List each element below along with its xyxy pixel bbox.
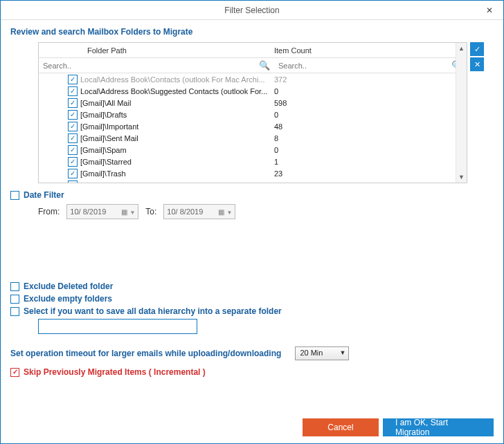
table-row[interactable]: ✓[Gmail]\Trash\MY_New_Emails0 [39, 179, 467, 183]
scroll-up-button[interactable]: ▲ [456, 43, 467, 54]
table-row[interactable]: ✓[Gmail]\Starred1 [39, 156, 467, 167]
col-folder-path[interactable]: Folder Path [39, 43, 274, 57]
folder-path-cell: [Gmail]\Trash\MY_New_Emails [80, 181, 274, 183]
table-row[interactable]: ✓[Gmail]\Sent Mail8 [39, 132, 467, 144]
from-date-input[interactable]: 10/ 8/2019 ▦ ▼ [66, 204, 138, 219]
table-row[interactable]: ✓Local\Address Book\Contacts (outlook Fo… [39, 73, 467, 85]
exclude-deleted-label: Exclude Deleted folder [24, 281, 113, 291]
timeout-select[interactable]: 20 Min ▼ [295, 346, 349, 360]
exclude-deleted-checkbox[interactable]: Exclude Deleted folder [10, 281, 494, 291]
checkbox-icon [10, 191, 19, 200]
row-checkbox[interactable]: ✓ [68, 86, 78, 96]
folder-path-cell: [Gmail]\Drafts [80, 111, 274, 119]
table-row[interactable]: ✓[Gmail]\All Mail598 [39, 97, 467, 109]
item-count-cell: 23 [274, 169, 282, 178]
section-title: Review and search Mailbox Folders to Mig… [10, 27, 494, 37]
item-count-cell: 0 [274, 111, 278, 119]
table-row[interactable]: ✓Local\Address Book\Suggested Contacts (… [39, 85, 467, 97]
to-label: To: [145, 207, 156, 216]
checkbox-icon: ✓ [10, 368, 19, 377]
row-checkbox[interactable]: ✓ [68, 181, 78, 183]
item-count-cell: 8 [274, 134, 278, 142]
item-count-cell: 48 [274, 122, 282, 131]
skip-migrated-checkbox[interactable]: ✓ Skip Previously Migrated Items ( Incre… [10, 367, 494, 377]
close-button[interactable]: ✕ [476, 1, 503, 20]
chevron-down-icon: ▼ [226, 210, 232, 216]
x-icon: ✕ [474, 60, 480, 69]
date-filter-checkbox[interactable]: Date Filter [10, 190, 494, 200]
folder-table: Folder Path Item Count 🔍 🔍 ✓Local\Addres… [38, 42, 467, 183]
checkbox-icon [10, 307, 19, 316]
row-checkbox[interactable]: ✓ [68, 122, 78, 131]
folder-path-cell: Local\Address Book\Suggested Contacts (o… [80, 87, 274, 95]
exclude-empty-checkbox[interactable]: Exclude empty folders [10, 294, 494, 304]
table-body: ✓Local\Address Book\Contacts (outlook Fo… [39, 73, 467, 183]
item-count-cell: 0 [274, 146, 278, 154]
search-icon[interactable]: 🔍 [259, 60, 270, 71]
search-item-count-input[interactable] [277, 62, 464, 70]
timeout-value: 20 Min [300, 349, 323, 357]
from-label: From: [38, 207, 60, 216]
item-count-cell: 0 [274, 181, 278, 183]
separate-folder-label: Select if you want to save all data hier… [24, 306, 282, 316]
table-row[interactable]: ✓[Gmail]\Trash23 [39, 167, 467, 179]
row-checkbox[interactable]: ✓ [68, 157, 78, 167]
close-icon: ✕ [486, 6, 493, 15]
chevron-down-icon: ▼ [339, 349, 345, 356]
skip-migrated-label: Skip Previously Migrated Items ( Increme… [24, 367, 206, 377]
to-date-input[interactable]: 10/ 8/2019 ▦ ▼ [163, 204, 235, 219]
item-count-cell: 1 [274, 158, 278, 166]
folder-path-cell: [Gmail]\Sent Mail [80, 134, 274, 142]
scroll-down-button[interactable]: ▼ [456, 172, 467, 183]
start-migration-button[interactable]: I am OK, Start Migration [383, 418, 494, 436]
table-row[interactable]: ✓[Gmail]\Spam0 [39, 144, 467, 156]
folder-path-cell: [Gmail]\Trash [80, 169, 274, 178]
search-folder-path-input[interactable] [42, 62, 271, 70]
item-count-cell: 598 [274, 99, 287, 107]
table-row[interactable]: ✓[Gmail]\Drafts0 [39, 109, 467, 120]
item-count-cell: 0 [274, 87, 278, 95]
to-date-value: 10/ 8/2019 [167, 207, 203, 216]
folder-path-cell: [Gmail]\Spam [80, 146, 274, 154]
row-checkbox[interactable]: ✓ [68, 133, 78, 143]
row-checkbox[interactable]: ✓ [68, 145, 78, 155]
chevron-down-icon: ▼ [129, 210, 135, 216]
row-checkbox[interactable]: ✓ [68, 75, 78, 84]
exclude-empty-label: Exclude empty folders [24, 294, 112, 304]
separate-folder-checkbox[interactable]: Select if you want to save all data hier… [10, 306, 494, 316]
cancel-button[interactable]: Cancel [303, 418, 379, 436]
date-filter-label: Date Filter [24, 190, 64, 200]
item-count-cell: 372 [274, 75, 287, 84]
table-header: Folder Path Item Count [39, 43, 467, 58]
row-checkbox[interactable]: ✓ [68, 98, 78, 108]
folder-path-cell: [Gmail]\Starred [80, 158, 274, 166]
deselect-all-button[interactable]: ✕ [470, 57, 484, 71]
separate-folder-input[interactable] [38, 319, 197, 334]
timeout-label: Set operation timeout for larger emails … [10, 349, 281, 358]
row-checkbox[interactable]: ✓ [68, 110, 78, 120]
calendar-icon: ▦ [121, 208, 127, 216]
calendar-icon: ▦ [218, 208, 224, 216]
window-title: Filter Selection [224, 6, 279, 15]
title-bar: Filter Selection ✕ [1, 1, 503, 20]
row-checkbox[interactable]: ✓ [68, 169, 78, 178]
select-all-button[interactable]: ✓ [470, 42, 484, 56]
checkbox-icon [10, 295, 19, 304]
from-date-value: 10/ 8/2019 [70, 207, 106, 216]
col-item-count[interactable]: Item Count [274, 43, 467, 57]
folder-path-cell: [Gmail]\All Mail [80, 99, 274, 107]
table-row[interactable]: ✓[Gmail]\Important48 [39, 120, 467, 132]
folder-path-cell: Local\Address Book\Contacts (outlook For… [80, 75, 274, 84]
check-icon: ✓ [474, 45, 480, 54]
folder-path-cell: [Gmail]\Important [80, 122, 274, 131]
checkbox-icon [10, 282, 19, 291]
